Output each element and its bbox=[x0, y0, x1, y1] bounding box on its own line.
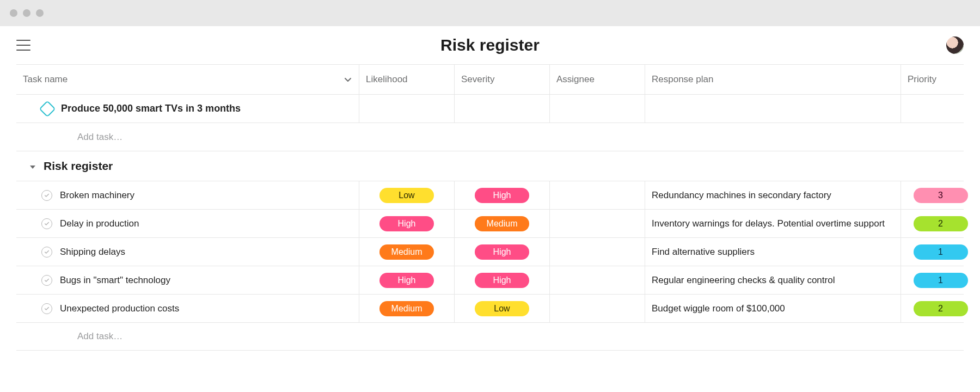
check-circle-icon[interactable] bbox=[41, 190, 52, 201]
window-dot-close[interactable] bbox=[10, 9, 17, 17]
window-chrome bbox=[0, 0, 980, 26]
likelihood-pill[interactable]: Low bbox=[379, 188, 434, 203]
severity-pill[interactable]: High bbox=[475, 188, 529, 203]
table-header-row: Task name Likelihood Severity Assignee R… bbox=[16, 64, 964, 94]
severity-pill[interactable]: Medium bbox=[475, 216, 529, 231]
likelihood-pill[interactable]: High bbox=[379, 216, 434, 231]
add-task-row[interactable]: Add task… bbox=[16, 122, 964, 151]
priority-pill[interactable]: 2 bbox=[914, 301, 968, 316]
column-header-label: Priority bbox=[908, 74, 936, 85]
response-cell[interactable]: Redundancy machines in secondary factory bbox=[645, 181, 901, 209]
assignee-cell[interactable] bbox=[550, 295, 645, 322]
section-title: Risk register bbox=[44, 160, 113, 173]
column-header-likelihood[interactable]: Likelihood bbox=[359, 65, 455, 94]
column-header-assignee[interactable]: Assignee bbox=[550, 65, 645, 94]
severity-pill[interactable]: Low bbox=[475, 301, 529, 316]
check-circle-icon[interactable] bbox=[41, 303, 52, 314]
table-row[interactable]: Broken machineryLowHighRedundancy machin… bbox=[16, 181, 964, 209]
column-header-priority[interactable]: Priority bbox=[901, 65, 980, 94]
section-row[interactable]: Risk register bbox=[16, 151, 964, 181]
table-row[interactable]: Bugs in "smart" technologyHighHighRegula… bbox=[16, 266, 964, 294]
check-circle-icon[interactable] bbox=[41, 275, 52, 286]
table-row[interactable]: Delay in productionHighMediumInventory w… bbox=[16, 209, 964, 237]
check-circle-icon[interactable] bbox=[41, 247, 52, 258]
task-name: Bugs in "smart" technology bbox=[60, 275, 170, 286]
severity-pill[interactable]: High bbox=[475, 273, 529, 288]
severity-pill[interactable]: High bbox=[475, 244, 529, 260]
add-task-label: Add task… bbox=[16, 323, 980, 350]
priority-pill[interactable]: 2 bbox=[914, 216, 968, 231]
column-header-label: Response plan bbox=[652, 74, 713, 85]
add-task-row[interactable]: Add task… bbox=[16, 322, 964, 351]
menu-button[interactable] bbox=[16, 40, 30, 51]
goal-icon bbox=[39, 100, 56, 117]
priority-pill[interactable]: 1 bbox=[914, 244, 968, 260]
column-header-severity[interactable]: Severity bbox=[455, 65, 550, 94]
window-dot-zoom[interactable] bbox=[36, 9, 44, 17]
response-cell[interactable]: Inventory warnings for delays. Potential… bbox=[645, 210, 901, 237]
column-header-label: Likelihood bbox=[366, 74, 408, 85]
response-cell[interactable]: Find alternative suppliers bbox=[645, 238, 901, 266]
priority-pill[interactable]: 3 bbox=[914, 188, 968, 203]
triangle-down-icon[interactable] bbox=[29, 160, 36, 173]
task-name: Delay in production bbox=[60, 218, 139, 229]
window-dot-minimize[interactable] bbox=[23, 9, 30, 17]
column-header-task-name[interactable]: Task name bbox=[16, 65, 359, 94]
likelihood-pill[interactable]: Medium bbox=[379, 301, 434, 316]
likelihood-pill[interactable]: High bbox=[379, 273, 434, 288]
task-name: Broken machinery bbox=[60, 190, 134, 201]
assignee-cell[interactable] bbox=[550, 181, 645, 209]
priority-pill[interactable]: 1 bbox=[914, 273, 968, 288]
check-circle-icon[interactable] bbox=[41, 218, 52, 229]
response-cell[interactable]: Budget wiggle room of $100,000 bbox=[645, 295, 901, 322]
avatar[interactable] bbox=[946, 36, 964, 54]
assignee-cell[interactable] bbox=[550, 238, 645, 266]
table-row[interactable]: Shipping delaysMediumHighFind alternativ… bbox=[16, 237, 964, 266]
goal-row[interactable]: Produce 50,000 smart TVs in 3 months bbox=[16, 94, 964, 122]
task-name: Shipping delays bbox=[60, 247, 125, 258]
column-header-label: Severity bbox=[461, 74, 494, 85]
topbar: Risk register bbox=[0, 26, 980, 64]
goal-title: Produce 50,000 smart TVs in 3 months bbox=[61, 103, 241, 114]
column-header-label: Assignee bbox=[556, 74, 595, 85]
page-title: Risk register bbox=[0, 36, 980, 54]
assignee-cell[interactable] bbox=[550, 210, 645, 237]
response-cell[interactable]: Regular engineering checks & quality con… bbox=[645, 266, 901, 294]
likelihood-pill[interactable]: Medium bbox=[379, 244, 434, 260]
table-row[interactable]: Unexpected production costsMediumLowBudg… bbox=[16, 294, 964, 322]
column-header-label: Task name bbox=[23, 74, 68, 85]
column-header-response[interactable]: Response plan bbox=[645, 65, 901, 94]
task-name: Unexpected production costs bbox=[60, 303, 179, 314]
assignee-cell[interactable] bbox=[550, 266, 645, 294]
chevron-down-icon[interactable] bbox=[344, 75, 352, 84]
add-task-label: Add task… bbox=[16, 123, 980, 151]
